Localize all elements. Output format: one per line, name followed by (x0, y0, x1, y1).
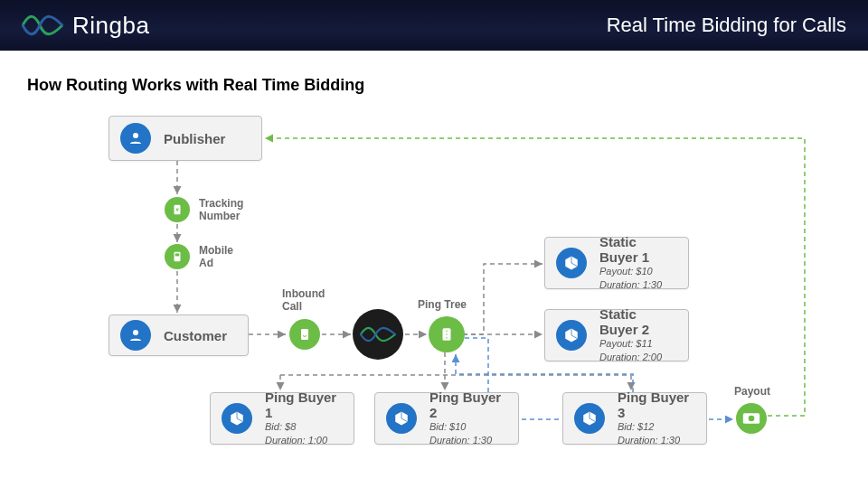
svg-point-21 (446, 333, 448, 335)
svg-point-17 (133, 330, 138, 335)
inbound-call-icon (289, 319, 320, 350)
mobile-ad-icon (165, 244, 190, 269)
svg-point-20 (446, 331, 448, 333)
customer-title: Customer (164, 328, 227, 343)
ping-buyer-2-bid: Bid: $10 (429, 420, 507, 434)
node-static-buyer-1: Static Buyer 1 Payout: $10 Duration: 1:3… (544, 237, 689, 289)
section-title: How Routing Works with Real Time Bidding (27, 76, 364, 95)
static-buyer-2-title: Static Buyer 2 (599, 306, 677, 337)
person-pin-icon (120, 123, 151, 154)
ping-buyer-2-title: Ping Buyer 2 (429, 389, 507, 420)
ping-buyer-1-title: Ping Buyer 1 (265, 389, 343, 420)
node-tracking-number: # Tracking Number (165, 197, 243, 223)
static-buyer-2-duration: Duration: 2:00 (599, 351, 677, 364)
node-mobile-ad: Mobile Ad (165, 244, 233, 270)
ping-buyer-1-bid: Bid: $8 (265, 420, 343, 434)
ping-buyer-3-title: Ping Buyer 3 (618, 389, 695, 420)
static-buyer-1-payout: Payout: $10 (599, 265, 677, 278)
slide-title: Real Time Bidding for Calls (607, 14, 846, 37)
ping-buyer-1-duration: Duration: 1:00 (265, 434, 343, 447)
ping-tree-label: Ping Tree (418, 298, 467, 311)
node-publisher: Publisher (108, 116, 262, 161)
static-buyer-1-title: Static Buyer 1 (599, 234, 677, 265)
tracking-number-label: Tracking Number (199, 197, 243, 223)
svg-rect-18 (301, 329, 308, 340)
node-ping-buyer-3: Ping Buyer 3 Bid: $12 Duration: 1:30 (562, 392, 707, 445)
payout-icon (736, 403, 767, 434)
svg-point-22 (446, 337, 448, 339)
ping-buyer-3-bid: Bid: $12 (618, 420, 695, 434)
hash-phone-icon: # (165, 197, 190, 222)
inbound-call-label: Inbound Call (282, 287, 325, 314)
diagram-canvas: How Routing Works with Real Time Bidding (0, 54, 868, 484)
ping-buyer-2-duration: Duration: 1:30 (429, 434, 507, 447)
ringba-wave-icon (22, 12, 63, 39)
static-buyer-2-payout: Payout: $11 (599, 337, 677, 351)
cube-icon (574, 403, 605, 434)
cube-icon (556, 248, 587, 278)
header-bar: Ringba Real Time Bidding for Calls (0, 0, 868, 54)
ringba-node-icon (353, 309, 403, 360)
person-icon (120, 320, 151, 351)
cube-icon (386, 403, 417, 434)
payout-label: Payout (734, 385, 770, 398)
node-ping-buyer-2: Ping Buyer 2 Bid: $10 Duration: 1:30 (374, 392, 519, 445)
mobile-ad-label: Mobile Ad (199, 244, 233, 270)
cube-icon (222, 403, 252, 434)
static-buyer-1-duration: Duration: 1:30 (599, 278, 677, 292)
brand-logo: Ringba (22, 12, 149, 40)
ping-tree-icon (429, 316, 465, 352)
brand-name: Ringba (72, 12, 149, 40)
svg-rect-15 (175, 252, 181, 262)
svg-point-24 (749, 416, 755, 422)
node-ping-buyer-1: Ping Buyer 1 Bid: $8 Duration: 1:00 (210, 392, 354, 445)
ping-buyer-3-duration: Duration: 1:30 (618, 434, 695, 447)
node-static-buyer-2: Static Buyer 2 Payout: $11 Duration: 2:0… (544, 309, 689, 361)
svg-rect-16 (175, 254, 180, 257)
publisher-title: Publisher (164, 131, 225, 146)
node-customer: Customer (108, 314, 249, 356)
cube-icon (556, 320, 587, 351)
svg-point-12 (133, 133, 138, 138)
